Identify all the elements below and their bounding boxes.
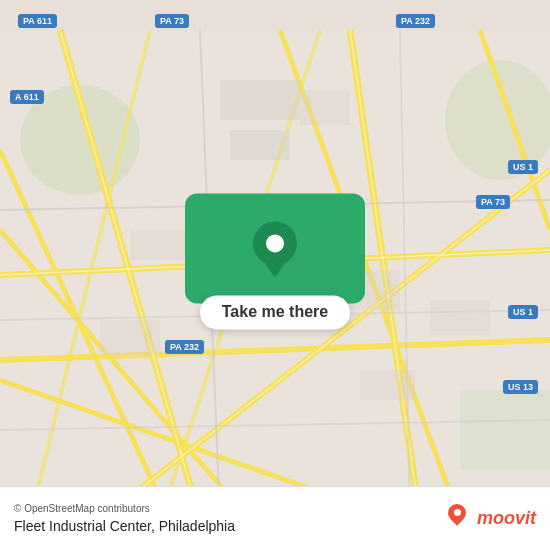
pin-inner-circle [266,234,284,252]
bottom-bar: © OpenStreetMap contributors Fleet Indus… [0,486,550,550]
road-badge-us13: US 13 [503,380,538,394]
pin-circle [253,221,297,265]
svg-rect-30 [100,320,160,355]
road-badge-us1-mid: US 1 [508,305,538,319]
svg-rect-28 [300,90,350,125]
road-badge-pa232-bot: PA 232 [165,340,204,354]
road-badge-a611: A 611 [10,90,44,104]
bottom-bar-left: © OpenStreetMap contributors Fleet Indus… [14,503,445,534]
popup-card: Take me there [185,193,365,329]
road-badge-us1-top: US 1 [508,160,538,174]
svg-rect-33 [360,370,415,400]
svg-rect-27 [230,130,290,160]
svg-rect-32 [430,300,490,335]
moovit-pin-dot [454,509,461,516]
svg-rect-26 [220,80,300,120]
take-me-there-button[interactable]: Take me there [200,295,350,329]
take-me-there-label: Take me there [222,303,328,320]
road-badge-pa232-top: PA 232 [396,14,435,28]
pin-tail [265,263,285,277]
road-badge-pa611: PA 611 [18,14,57,28]
svg-rect-29 [130,230,185,260]
road-badge-pa73-top: PA 73 [155,14,189,28]
osm-attribution: © OpenStreetMap contributors [14,503,445,514]
road-badge-pa73-right: PA 73 [476,195,510,209]
location-pin-icon [253,221,297,275]
map-container: PA 611 PA 73 PA 232 A 611 US 1 PA 73 PA … [0,0,550,550]
moovit-logo: moovit [445,504,536,534]
location-name: Fleet Industrial Center, Philadelphia [14,518,445,534]
popup-green-box [185,193,365,303]
moovit-text: moovit [477,508,536,529]
